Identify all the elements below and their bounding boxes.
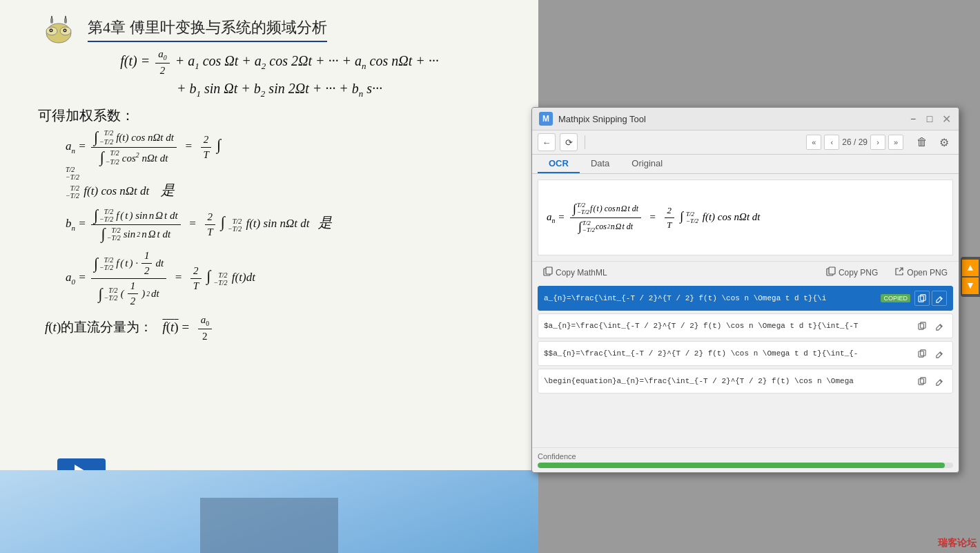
nav-arrows-container: ▲ ▼ [961, 257, 980, 297]
result-text-1: $a_{n}=\frac{\int_{-T / 2}^{T / 2} f(t) … [544, 322, 910, 330]
formula-dc: f(t)的直流分量为： f(t) = a0 2 [45, 314, 214, 342]
open-png-button[interactable]: Open PNG [889, 264, 953, 280]
formula-bn: bn = ∫ T/2 −T/2 f(t) sin nΩt dt ∫ T/2 −T… [66, 208, 332, 242]
svg-rect-26 [920, 377, 925, 382]
copy-btn-3[interactable] [914, 373, 930, 389]
action-bar: Copy MathML Copy PNG Open PNG [532, 261, 959, 283]
prev-page-button[interactable]: ‹ [824, 135, 839, 150]
result-item-0[interactable]: a_{n}=\frac{\int_{-T / 2}^{T / 2} f(t) \… [538, 286, 953, 311]
last-page-button[interactable]: » [888, 135, 903, 150]
svg-rect-8 [64, 18, 67, 23]
copy-btn-0[interactable] [914, 291, 930, 306]
toolbar-separator [585, 135, 585, 149]
svg-rect-7 [50, 18, 53, 23]
result-text-0: a_{n}=\frac{\int_{-T / 2}^{T / 2} f(t) \… [544, 294, 876, 302]
svg-rect-16 [918, 295, 923, 301]
tab-original[interactable]: Original [620, 155, 674, 173]
confidence-fill [538, 463, 945, 468]
maximize-button[interactable]: □ [924, 113, 935, 124]
close-button[interactable]: ✕ [941, 113, 952, 124]
svg-rect-22 [918, 351, 923, 356]
settings-button[interactable]: ⚙ [935, 133, 953, 151]
result-item-2[interactable]: $$a_{n}=\frac{\int_{-T / 2}^{T / 2} f(t)… [538, 341, 953, 366]
nav-down-arrow[interactable]: ▼ [962, 278, 979, 294]
nav-up-arrow[interactable]: ▲ [962, 260, 979, 276]
copy-mathml-button[interactable]: Copy MathML [538, 264, 613, 280]
title-bar: M Mathpix Snipping Tool − □ ✕ [532, 108, 959, 130]
first-page-button[interactable]: « [806, 135, 821, 150]
svg-rect-19 [918, 323, 923, 329]
chinese-text-1: 可得加权系数： [38, 106, 521, 125]
copied-badge-0: COPIED [881, 294, 910, 302]
copy-mathml-label: Copy MathML [556, 268, 607, 278]
confidence-section: Confidence [532, 447, 959, 472]
next-page-button[interactable]: › [870, 135, 885, 150]
svg-rect-17 [920, 294, 925, 300]
formula-ft-line2: + b1 sin Ωt + b2 sin 2Ωt + ··· + bn s··· [177, 81, 382, 99]
result-btns-1 [914, 318, 947, 333]
open-png-label: Open PNG [907, 268, 948, 278]
slide-math-content: f(t) = a0 2 + a1 cos Ωt + a2 cos 2Ωt + ·… [38, 48, 521, 342]
mathpix-icon: M [539, 112, 553, 126]
result-btns-3 [914, 373, 947, 389]
copy-btn-2[interactable] [914, 346, 930, 361]
formula-ft: f(t) = a0 2 + a1 cos Ωt + a2 cos 2Ωt + ·… [120, 48, 438, 77]
confidence-bar [538, 463, 953, 468]
copy-png-label: Copy PNG [839, 268, 878, 278]
copy-mathml-icon [543, 266, 553, 278]
edit-btn-0[interactable] [932, 291, 947, 306]
chapter-icon [38, 14, 79, 45]
watermark: 瑞客论坛 [938, 537, 977, 550]
chapter-header: 第4章 傅里叶变换与系统的频域分析 [38, 14, 327, 45]
window-title: Mathpix Snipping Tool [558, 114, 902, 124]
copy-btn-1[interactable] [914, 318, 930, 333]
svg-rect-9 [51, 16, 52, 19]
refresh-button[interactable]: ⟳ [560, 133, 578, 151]
result-text-3: \begin{equation}a_{n}=\frac{\int_{-T / 2… [544, 377, 910, 385]
mathpix-window: M Mathpix Snipping Tool − □ ✕ ← ⟳ « ‹ 26… [531, 107, 959, 473]
svg-point-5 [50, 30, 52, 31]
page-indicator: 26 / 29 [842, 137, 868, 147]
formula-a0: a0 = ∫ T/2 −T/2 f(t) · 1 2 dt ∫ [66, 250, 255, 307]
delete-button[interactable]: 🗑 [913, 133, 931, 151]
action-icons: 🗑 ⚙ [913, 133, 953, 151]
svg-rect-10 [65, 16, 66, 19]
svg-rect-12 [546, 267, 552, 274]
svg-rect-20 [920, 322, 925, 327]
edit-btn-3[interactable] [932, 373, 947, 389]
result-btns-0 [914, 291, 947, 306]
back-button[interactable]: ← [538, 133, 556, 151]
edit-btn-1[interactable] [932, 318, 947, 333]
copy-png-button[interactable]: Copy PNG [821, 264, 883, 280]
formula-an: an = ∫ T/2 −T/2 f(t) cos nΩt dt ∫ T/2 −T… [66, 129, 221, 200]
svg-rect-14 [829, 267, 835, 274]
result-text-2: $$a_{n}=\frac{\int_{-T / 2}^{T / 2} f(t)… [544, 349, 910, 358]
tabs: OCR Data Original [532, 155, 959, 174]
copy-png-icon [826, 266, 836, 278]
page-navigation: « ‹ 26 / 29 › » [806, 135, 903, 150]
edit-btn-2[interactable] [932, 346, 947, 361]
tab-ocr[interactable]: OCR [538, 155, 580, 173]
minimize-button[interactable]: − [908, 113, 919, 124]
result-item-1[interactable]: $a_{n}=\frac{\int_{-T / 2}^{T / 2} f(t) … [538, 313, 953, 338]
svg-point-6 [64, 30, 66, 31]
chapter-title: 第4章 傅里叶变换与系统的频域分析 [88, 17, 327, 42]
window-controls: − □ ✕ [908, 113, 952, 124]
svg-rect-23 [920, 349, 925, 355]
result-btns-2 [914, 346, 947, 361]
result-list: a_{n}=\frac{\int_{-T / 2}^{T / 2} f(t) \… [532, 283, 959, 447]
toolbar: ← ⟳ « ‹ 26 / 29 › » 🗑 ⚙ [532, 130, 959, 155]
formula-preview: an = ∫ T/2 −T/2 f(t) cos nΩt dt ∫ T/2 −T… [538, 180, 953, 255]
slide-bottom-image [0, 470, 538, 553]
svg-line-15 [899, 268, 903, 271]
svg-rect-25 [918, 378, 923, 384]
result-item-3[interactable]: \begin{equation}a_{n}=\frac{\int_{-T / 2… [538, 369, 953, 394]
confidence-label: Confidence [538, 452, 953, 460]
tab-data[interactable]: Data [580, 155, 620, 173]
open-png-icon [894, 266, 904, 278]
